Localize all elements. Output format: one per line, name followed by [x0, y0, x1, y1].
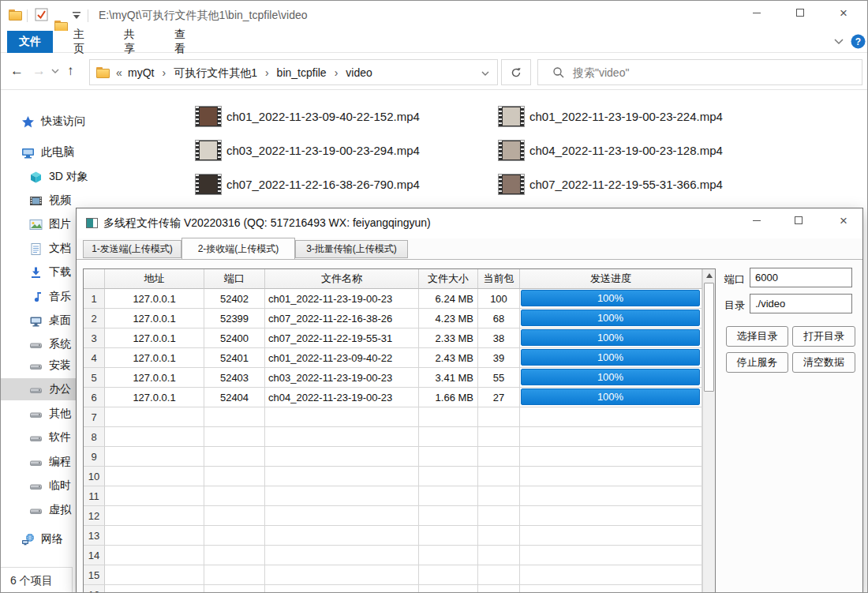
- row-number: 7: [84, 407, 105, 427]
- dialog-tab-2[interactable]: 2-接收端(上传模式): [181, 238, 295, 259]
- clear-data-button[interactable]: 清空数据: [792, 352, 855, 373]
- cell-empty: [419, 526, 478, 546]
- star-icon: [21, 115, 35, 129]
- cell-empty: [478, 447, 520, 467]
- cell-empty: [419, 546, 478, 565]
- row-number: 10: [84, 467, 105, 486]
- file-item[interactable]: ch04_2022-11-23-19-00-23-128.mp4: [498, 138, 723, 162]
- explorer-maximize-button[interactable]: [784, 1, 816, 24]
- sidebar-item-label: 安装: [49, 358, 71, 373]
- ribbon-tab-file[interactable]: 文件: [7, 31, 53, 53]
- cell-empty: [520, 447, 702, 467]
- ribbon-tab-3[interactable]: 查看: [163, 31, 204, 53]
- cell-empty: [520, 546, 702, 565]
- file-name: ch07_2022-11-22-16-38-26-790.mp4: [226, 178, 420, 191]
- table-row[interactable]: 3127.0.0.152400ch07_2022-11-22-19-55-312…: [84, 328, 702, 348]
- table-row-empty[interactable]: 10: [84, 467, 702, 486]
- table-row-empty[interactable]: 8: [84, 427, 702, 447]
- cell-size: 3.41 MB: [419, 368, 478, 388]
- up-button[interactable]: ↑: [67, 63, 74, 79]
- qat-folder2-icon[interactable]: [54, 21, 68, 32]
- breadcrumb[interactable]: « myQt›可执行文件其他1›bin_tcpfile›video: [89, 59, 498, 85]
- breadcrumb-dropdown-chevron-icon[interactable]: [481, 71, 489, 77]
- table-scrollbar[interactable]: [702, 269, 715, 593]
- table-row-empty[interactable]: 7: [84, 407, 702, 427]
- file-item[interactable]: ch01_2022-11-23-09-40-22-152.mp4: [195, 104, 420, 128]
- drive-icon: [29, 359, 43, 373]
- table-row-empty[interactable]: 16: [84, 585, 702, 593]
- recent-locations-chevron-icon[interactable]: [51, 69, 59, 74]
- scroll-up-icon[interactable]: [703, 269, 716, 282]
- refresh-icon: [511, 67, 522, 78]
- file-item[interactable]: ch03_2022-11-23-19-00-23-294.mp4: [195, 138, 420, 162]
- table-row[interactable]: 2127.0.0.152399ch07_2022-11-22-16-38-264…: [84, 309, 702, 328]
- back-button[interactable]: ←: [10, 63, 24, 79]
- table-row[interactable]: 4127.0.0.152401ch01_2022-11-23-09-40-222…: [84, 348, 702, 368]
- cell-empty: [520, 407, 702, 427]
- ribbon-tab-2[interactable]: 共享: [113, 31, 154, 53]
- sidebar-item-label: 音乐: [49, 290, 71, 304]
- table-row[interactable]: 1127.0.0.152402ch01_2022-11-23-19-00-236…: [84, 289, 702, 309]
- choose-dir-button[interactable]: 选择目录: [726, 326, 788, 347]
- dialog-tab-1[interactable]: 1-发送端(上传模式): [83, 240, 181, 258]
- refresh-button[interactable]: [501, 59, 531, 85]
- explorer-minimize-button[interactable]: [741, 1, 773, 24]
- breadcrumb-segment[interactable]: myQt: [128, 66, 154, 81]
- ribbon-tab-1[interactable]: 主页: [62, 31, 103, 53]
- screen: E:\myQt\可执行文件其他1\bin_tcpfile\video × 文件主…: [0, 0, 868, 593]
- table-row-empty[interactable]: 15: [84, 565, 702, 585]
- dir-input[interactable]: [750, 294, 852, 313]
- table-row-empty[interactable]: 12: [84, 506, 702, 526]
- qat-customize-chevron-icon[interactable]: [72, 12, 81, 20]
- column-header: 发送进度: [520, 269, 702, 289]
- table-row-empty[interactable]: 14: [84, 546, 702, 565]
- cell-progress: 100%: [520, 328, 702, 348]
- sidebar-item-1[interactable]: 此电脑: [1, 141, 182, 163]
- sidebar-item-label: 其他: [49, 407, 71, 421]
- explorer-close-button[interactable]: ×: [828, 1, 859, 24]
- qat-checkbox-icon[interactable]: [35, 8, 49, 22]
- table-row-empty[interactable]: 9: [84, 447, 702, 467]
- breadcrumb-segment[interactable]: bin_tcpfile: [277, 66, 327, 81]
- cell-name: ch01_2022-11-23-19-00-23: [265, 289, 419, 309]
- dialog-minimize-button[interactable]: [739, 208, 774, 232]
- port-input[interactable]: [750, 268, 852, 287]
- cell-empty: [204, 506, 265, 526]
- dialog-maximize-button[interactable]: [781, 208, 816, 232]
- cell-empty: [265, 427, 419, 447]
- svg-text:?: ?: [855, 36, 861, 47]
- sidebar-item-2[interactable]: 3D 对象: [1, 166, 182, 188]
- table-row[interactable]: 5127.0.0.152403ch03_2022-11-23-19-00-233…: [84, 368, 702, 388]
- progress-bar: 100%: [521, 290, 700, 306]
- transfer-table: 地址端口文件名称文件大小当前包发送进度1127.0.0.152402ch01_2…: [83, 268, 716, 593]
- file-item[interactable]: ch07_2022-11-22-19-55-31-366.mp4: [498, 172, 723, 196]
- cell-addr: 127.0.0.1: [105, 388, 204, 407]
- cell-empty: [204, 585, 265, 593]
- sidebar-item-label: 临时: [49, 479, 71, 493]
- forward-button[interactable]: →: [32, 63, 46, 79]
- open-dir-button[interactable]: 打开目录: [792, 326, 855, 347]
- cell-empty: [520, 585, 702, 593]
- sidebar-item-0[interactable]: 快速访问: [1, 111, 182, 133]
- file-item[interactable]: ch07_2022-11-22-16-38-26-790.mp4: [195, 172, 420, 196]
- dialog-tab-3[interactable]: 3-批量传输(上传模式): [295, 240, 408, 258]
- qat-folder-icon[interactable]: [9, 9, 22, 21]
- table-row-empty[interactable]: 11: [84, 486, 702, 506]
- column-header: 文件名称: [265, 269, 419, 289]
- cell-empty: [520, 506, 702, 526]
- dialog-close-button[interactable]: ×: [826, 208, 861, 232]
- table-row[interactable]: 6127.0.0.152404ch04_2022-11-23-19-00-231…: [84, 388, 702, 407]
- stop-service-button[interactable]: 停止服务: [726, 352, 788, 373]
- breadcrumb-segment[interactable]: 可执行文件其他1: [174, 66, 257, 81]
- breadcrumb-segment[interactable]: video: [346, 66, 372, 81]
- search-input[interactable]: 搜索"video": [537, 59, 862, 85]
- help-icon[interactable]: ?: [851, 34, 866, 49]
- file-name: ch04_2022-11-23-19-00-23-128.mp4: [529, 144, 723, 157]
- file-item[interactable]: ch01_2022-11-23-19-00-23-224.mp4: [498, 104, 723, 128]
- table-row-empty[interactable]: 13: [84, 526, 702, 546]
- cell-packet: 27: [478, 388, 520, 407]
- cell-name: ch03_2022-11-23-19-00-23: [265, 368, 419, 388]
- scrollbar-thumb[interactable]: [704, 283, 714, 392]
- video-thumbnail-icon: [195, 174, 222, 195]
- ribbon-collapse-chevron-icon[interactable]: [834, 39, 844, 45]
